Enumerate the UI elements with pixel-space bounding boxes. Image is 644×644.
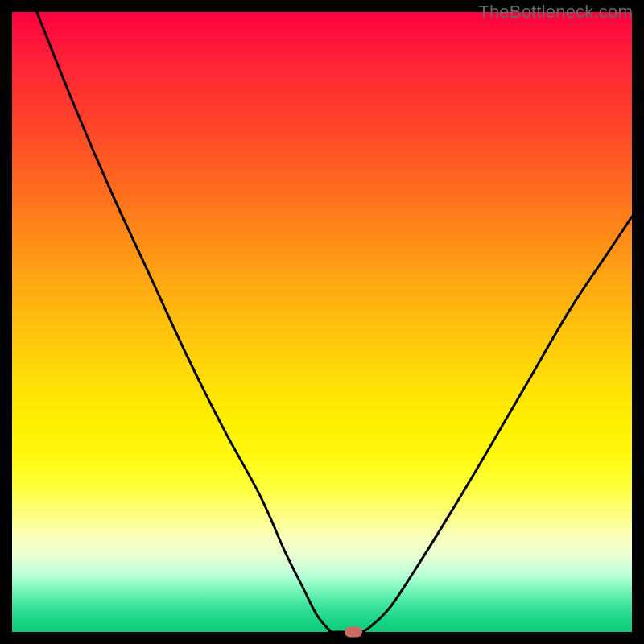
watermark-text: TheBottleneck.com (478, 2, 633, 23)
plot-area (12, 12, 632, 632)
optimal-point-marker (345, 627, 362, 638)
bottleneck-curve (12, 12, 632, 632)
